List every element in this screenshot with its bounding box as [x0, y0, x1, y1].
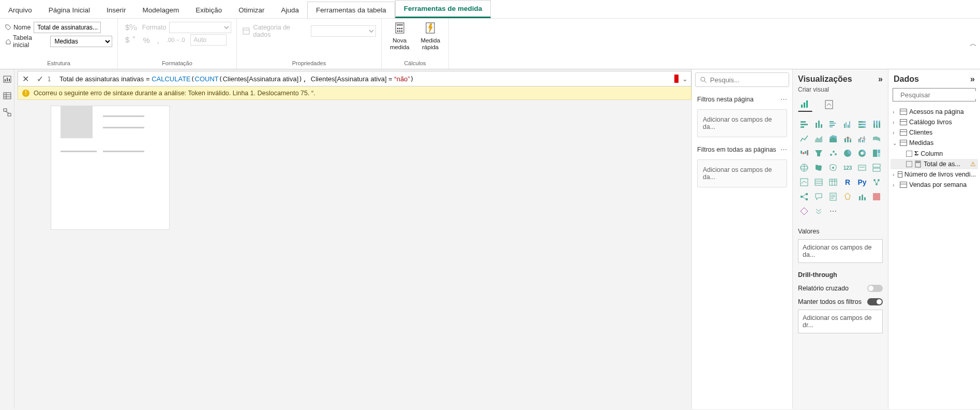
- ribbon-chart-icon[interactable]: [870, 133, 883, 145]
- table-clientes[interactable]: › Clientes: [891, 127, 978, 138]
- line-stacked-column-icon[interactable]: [841, 133, 854, 145]
- pane-collapse-icon[interactable]: »: [970, 75, 975, 84]
- tab-ferramentas-medida[interactable]: Ferramentas de medida: [395, 0, 491, 18]
- formula-cancel-button[interactable]: ✕: [18, 74, 33, 84]
- model-view-icon[interactable]: [3, 108, 12, 117]
- formula-expand-button[interactable]: ⌄: [679, 75, 691, 83]
- drill-through-dropzone[interactable]: Adicionar os campos de dr...: [798, 310, 883, 333]
- build-visual-tab[interactable]: [798, 97, 812, 112]
- tab-ferramentas-tabela[interactable]: Ferramentas da tabela: [307, 2, 395, 18]
- stacked-column-100-icon[interactable]: [870, 118, 883, 130]
- donut-icon[interactable]: [856, 147, 868, 159]
- stacked-bar-icon[interactable]: [798, 118, 810, 130]
- values-dropzone[interactable]: Adicionar os campos de da...: [798, 239, 883, 263]
- tab-pagina-inicial[interactable]: Página Inicial: [40, 2, 98, 18]
- waterfall-icon[interactable]: [798, 147, 810, 159]
- arcgis-icon[interactable]: [798, 205, 810, 217]
- tab-ajuda[interactable]: Ajuda: [273, 2, 307, 18]
- more-icon[interactable]: ⋯: [780, 95, 787, 103]
- more-icon[interactable]: ⋯: [780, 145, 787, 153]
- percent-icon[interactable]: %: [141, 36, 152, 45]
- formula-commit-button[interactable]: ✓: [33, 74, 47, 84]
- search-icon: [700, 76, 707, 83]
- pie-icon[interactable]: [841, 147, 854, 159]
- power-apps-icon[interactable]: [856, 191, 868, 203]
- select-categoria[interactable]: [311, 25, 376, 37]
- table-catalogo[interactable]: › Catálogo livros: [891, 117, 978, 127]
- table-icon[interactable]: [827, 176, 839, 188]
- stacked-column-icon[interactable]: [812, 118, 825, 130]
- slicer-icon[interactable]: [812, 176, 825, 188]
- tab-modelagem[interactable]: Modelagem: [134, 2, 188, 18]
- filled-map-icon[interactable]: [812, 162, 825, 174]
- smart-narrative-icon[interactable]: [827, 191, 839, 203]
- thousands-icon[interactable]: ,: [155, 36, 161, 45]
- svg-rect-35: [830, 123, 836, 124]
- stacked-area-icon[interactable]: [827, 133, 839, 145]
- visual-placeholder[interactable]: [51, 106, 170, 230]
- select-tabela-inicial[interactable]: Medidas: [50, 36, 112, 47]
- input-decimals[interactable]: [190, 34, 227, 46]
- medida-rapida-button[interactable]: Medida rápida: [418, 21, 444, 58]
- format-visual-tab[interactable]: [822, 97, 836, 112]
- data-view-icon[interactable]: [3, 91, 12, 100]
- kpi-icon[interactable]: [798, 176, 810, 188]
- filters-all-dropzone[interactable]: Adicionar os campos de da...: [697, 159, 787, 187]
- filters-search-input[interactable]: Pesquis...: [695, 72, 789, 87]
- scatter-icon[interactable]: [827, 147, 839, 159]
- get-more-visuals-icon[interactable]: ⋯: [827, 205, 839, 217]
- input-nome[interactable]: [34, 22, 101, 33]
- formula-editor[interactable]: Total de assinaturas inativas = CALCULAT…: [57, 75, 672, 83]
- more-visuals-icon[interactable]: [812, 205, 825, 217]
- funnel-icon[interactable]: [812, 147, 825, 159]
- tab-inserir[interactable]: Inserir: [98, 2, 134, 18]
- filters-page-dropzone[interactable]: Adicionar os campos de da...: [697, 109, 787, 137]
- currency-icon[interactable]: $ ˅: [123, 35, 138, 45]
- table-vendas[interactable]: › Vendas por semana: [891, 180, 978, 190]
- left-view-rail: [0, 69, 14, 409]
- stacked-bar-100-icon[interactable]: [856, 118, 868, 130]
- qa-visual-icon[interactable]: [812, 191, 825, 203]
- data-search-input[interactable]: [893, 88, 976, 101]
- keep-filters-toggle[interactable]: [867, 298, 883, 305]
- card-icon[interactable]: [856, 162, 868, 174]
- line-chart-icon[interactable]: [798, 133, 810, 145]
- area-chart-icon[interactable]: [812, 133, 825, 145]
- tab-otimizar[interactable]: Otimizar: [230, 2, 273, 18]
- table-numero-livros[interactable]: › Número de livros vendi...: [891, 169, 978, 180]
- pane-collapse-icon[interactable]: »: [878, 75, 883, 84]
- cross-report-toggle[interactable]: [867, 285, 883, 292]
- multi-row-card-icon[interactable]: [870, 162, 883, 174]
- clustered-column-icon[interactable]: [841, 118, 854, 130]
- map-icon[interactable]: [798, 162, 810, 174]
- svg-rect-49: [873, 121, 875, 124]
- tab-exibicao[interactable]: Exibição: [187, 2, 230, 18]
- field-checkbox[interactable]: [906, 151, 912, 157]
- table-medidas[interactable]: ⌄ Medidas: [891, 138, 978, 148]
- svg-rect-107: [873, 193, 880, 200]
- key-influencers-icon[interactable]: [870, 176, 883, 188]
- python-visual-icon[interactable]: Py: [856, 176, 868, 188]
- ribbon-collapse-button[interactable]: ︿: [970, 39, 977, 49]
- tab-arquivo[interactable]: Arquivo: [0, 2, 40, 18]
- field-checkbox[interactable]: [906, 161, 912, 167]
- select-formato[interactable]: [169, 22, 231, 33]
- clustered-bar-icon[interactable]: [827, 118, 839, 130]
- line-clustered-column-icon[interactable]: [856, 133, 868, 145]
- azure-map-icon[interactable]: [827, 162, 839, 174]
- svg-rect-62: [803, 152, 804, 154]
- table-acessos[interactable]: › Acessos na página: [891, 107, 978, 117]
- decimals-icon[interactable]: .00→.0: [164, 37, 187, 43]
- report-view-icon[interactable]: [3, 75, 12, 84]
- treemap-icon[interactable]: [870, 147, 883, 159]
- r-visual-icon[interactable]: R: [841, 176, 854, 188]
- gauge-icon[interactable]: 123: [841, 162, 854, 174]
- nova-medida-button[interactable]: Nova medida: [387, 21, 413, 58]
- power-automate-icon[interactable]: [870, 191, 883, 203]
- field-total-assinaturas[interactable]: Total de as... ⚠: [891, 159, 978, 169]
- svg-rect-24: [801, 105, 803, 108]
- field-column[interactable]: Σ Column: [891, 148, 978, 159]
- paginated-report-icon[interactable]: [841, 191, 854, 203]
- decomposition-tree-icon[interactable]: [798, 191, 810, 203]
- report-canvas[interactable]: ✕ ✓ 1 Total de assinaturas inativas = CA…: [14, 69, 691, 409]
